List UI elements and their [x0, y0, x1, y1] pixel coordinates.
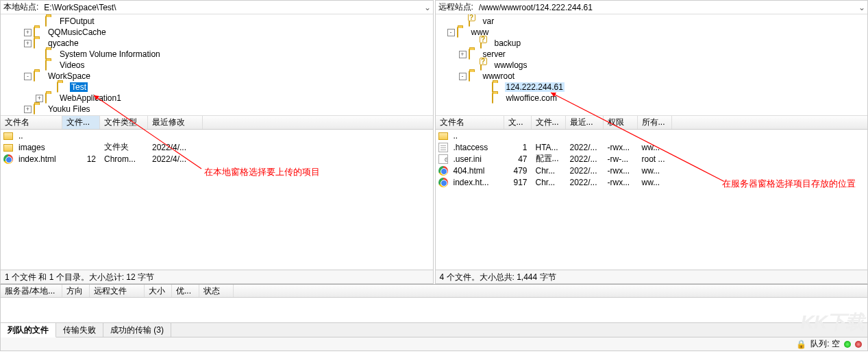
queue-tab[interactable]: 列队的文件: [1, 323, 56, 337]
cell: .user.ini: [449, 154, 504, 164]
local-tree[interactable]: FFOutput+QQMusicCache+qycacheSystem Volu…: [1, 14, 433, 116]
remote-list-header[interactable]: 文件名文...文件...最近...权限所有...: [436, 116, 868, 130]
tree-label[interactable]: Videos: [58, 60, 86, 70]
folder-icon: [457, 27, 468, 37]
transfer-col[interactable]: 优...: [172, 285, 199, 297]
cell: images: [14, 143, 62, 152]
tree-row[interactable]: -www: [436, 27, 868, 38]
status-dot-green: [844, 341, 851, 348]
folder-ic-icon: [3, 144, 13, 152]
tree-row[interactable]: FFOutput: [1, 16, 433, 27]
cell: 2022/...: [566, 143, 604, 152]
remote-file-list[interactable]: ...htaccess1HTA...2022/...-rwx...ww....u…: [436, 130, 868, 270]
column-header[interactable]: 文件名: [1, 116, 62, 129]
list-item[interactable]: ..: [1, 130, 433, 141]
folder-icon: [45, 93, 56, 103]
tree-row[interactable]: wlwoffice.com: [436, 93, 868, 104]
tree-row[interactable]: Videos: [1, 60, 433, 71]
tree-label[interactable]: wwwroot: [482, 71, 517, 81]
list-item[interactable]: index.ht...917Chr...2022/...-rwx...ww...: [436, 176, 868, 188]
transfer-queue[interactable]: [0, 298, 868, 322]
column-header[interactable]: 文件...: [532, 116, 566, 129]
column-header[interactable]: 文...: [504, 116, 532, 129]
cell: ww...: [638, 143, 672, 152]
column-header[interactable]: 最近...: [566, 116, 604, 129]
tree-row[interactable]: +WebApplication1: [1, 93, 433, 104]
tree-row[interactable]: +QQMusicCache: [1, 27, 433, 38]
remote-path-dropdown[interactable]: ⌄: [856, 3, 867, 12]
tree-toggle[interactable]: -: [459, 73, 467, 80]
tree-toggle[interactable]: +: [459, 51, 467, 58]
list-item[interactable]: 404.html479Chr...2022/...-rwx...ww...: [436, 165, 868, 176]
column-header[interactable]: 文件名: [436, 116, 504, 129]
local-file-list[interactable]: ..images文件夹2022/4/...index.html12Chrom..…: [1, 130, 433, 270]
column-header[interactable]: 文件类型: [100, 116, 148, 129]
tree-label[interactable]: System Volume Information: [58, 49, 162, 59]
transfer-col[interactable]: 服务器/本地...: [1, 285, 62, 297]
bottom-status-bar: 🔒 队列: 空: [0, 337, 868, 351]
tree-label[interactable]: backup: [493, 38, 523, 48]
transfer-col[interactable]: 远程文件: [90, 285, 145, 297]
column-header[interactable]: 最近修改: [148, 116, 203, 129]
tree-label[interactable]: wwwlogs: [493, 60, 529, 70]
local-path-input[interactable]: [41, 1, 421, 14]
cell: ww...: [638, 178, 672, 187]
tree-row[interactable]: wwwlogs: [436, 60, 868, 71]
cell: 12: [62, 154, 100, 164]
transfer-col[interactable]: 状态: [199, 285, 234, 297]
tree-label[interactable]: Youku Files: [47, 104, 92, 114]
folder-icon: [34, 38, 45, 48]
list-item[interactable]: .user.ini47配置...2022/...-rw-...root ...: [436, 153, 868, 165]
tree-row[interactable]: var: [436, 16, 868, 27]
tree-label[interactable]: WorkSpace: [47, 71, 92, 81]
tree-row[interactable]: +server: [436, 49, 868, 60]
tree-row[interactable]: -wwwroot: [436, 71, 868, 82]
transfer-col[interactable]: 大小: [145, 285, 172, 297]
tree-row[interactable]: -WorkSpace: [1, 71, 433, 82]
local-list-header[interactable]: 文件名文件...文件类型最近修改: [1, 116, 433, 130]
queue-tab[interactable]: 传输失败: [56, 323, 103, 337]
tree-row[interactable]: 124.222.244.61: [436, 82, 868, 93]
tree-row[interactable]: backup: [436, 38, 868, 49]
column-header[interactable]: 所有...: [638, 116, 672, 129]
cfg-icon: [438, 154, 448, 164]
cell: 1: [504, 143, 532, 152]
tree-label[interactable]: wlwoffice.com: [505, 93, 558, 103]
tree-label[interactable]: var: [482, 16, 496, 26]
tree-toggle[interactable]: +: [24, 106, 32, 113]
tree-toggle[interactable]: +: [24, 29, 32, 36]
cell: 配置...: [532, 153, 566, 165]
folder-icon: [45, 60, 56, 70]
cell: 47: [504, 154, 532, 164]
tree-row[interactable]: +qycache: [1, 38, 433, 49]
tree-toggle[interactable]: +: [24, 40, 32, 47]
column-header[interactable]: 文件...: [62, 116, 100, 129]
tree-toggle[interactable]: +: [36, 95, 43, 102]
remote-path-input[interactable]: [476, 1, 856, 14]
tree-row[interactable]: Test: [1, 82, 433, 93]
tree-label[interactable]: 124.222.244.61: [505, 82, 565, 92]
tree-label[interactable]: Test: [70, 82, 88, 92]
tree-label[interactable]: qycache: [47, 38, 80, 48]
cell: Chr...: [532, 166, 566, 176]
queue-tab[interactable]: 成功的传输 (3): [103, 323, 171, 337]
remote-tree[interactable]: var-wwwbackup+serverwwwlogs-wwwroot124.2…: [436, 14, 868, 116]
list-item[interactable]: images文件夹2022/4/...: [1, 141, 433, 153]
list-item[interactable]: ..: [436, 130, 868, 141]
list-item[interactable]: .htaccess1HTA...2022/...-rwx...ww...: [436, 141, 868, 153]
tree-label[interactable]: WebApplication1: [58, 93, 123, 103]
tree-toggle[interactable]: -: [447, 29, 455, 36]
local-path-dropdown[interactable]: ⌄: [422, 3, 433, 12]
folder-ic-icon: [3, 132, 13, 140]
transfer-col[interactable]: 方向: [62, 285, 90, 297]
transfer-header[interactable]: 服务器/本地...方向远程文件大小优...状态: [0, 284, 868, 298]
column-header[interactable]: 权限: [604, 116, 638, 129]
tree-row[interactable]: System Volume Information: [1, 49, 433, 60]
tree-toggle[interactable]: -: [24, 73, 32, 80]
tree-label[interactable]: QQMusicCache: [47, 27, 108, 37]
folder-icon: [469, 71, 480, 81]
folder-icon: [492, 82, 503, 92]
tree-label[interactable]: FFOutput: [58, 16, 96, 26]
list-item[interactable]: index.html12Chrom...2022/4/...: [1, 153, 433, 165]
tree-row[interactable]: +Youku Files: [1, 104, 433, 115]
